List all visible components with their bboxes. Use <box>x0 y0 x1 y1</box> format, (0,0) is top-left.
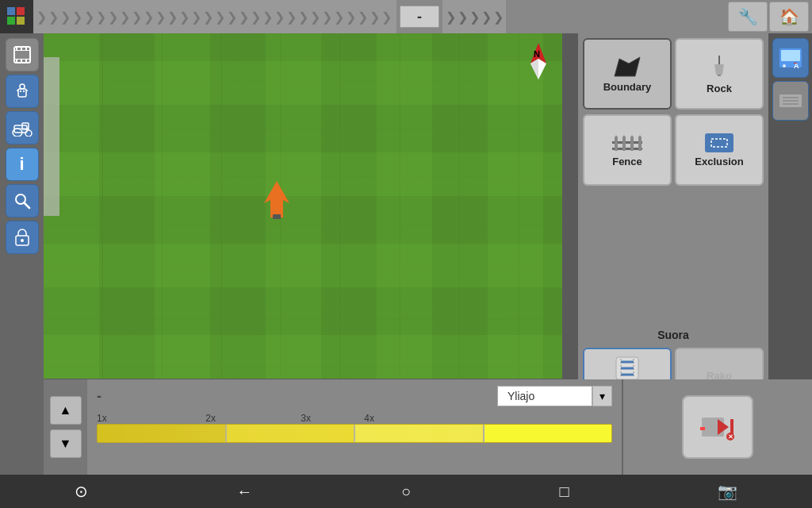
tractor-marker <box>262 179 291 219</box>
minus-button[interactable]: - <box>400 6 439 28</box>
nav-home-btn[interactable]: ○ <box>389 479 423 504</box>
scroll-up-btn[interactable]: ▲ <box>50 396 82 425</box>
map-area: N <box>44 33 562 379</box>
rock-button[interactable]: Rock <box>675 38 764 110</box>
rock-label: Rock <box>707 83 732 94</box>
sidebar-item-film[interactable] <box>6 38 39 71</box>
svg-marker-46 <box>638 135 642 138</box>
svg-point-13 <box>20 84 25 89</box>
left-sidebar: i <box>0 33 44 475</box>
svg-marker-32 <box>264 181 289 217</box>
home-button[interactable]: 🏠 <box>769 2 809 32</box>
nav-camera-btn[interactable]: 📷 <box>705 479 750 504</box>
sidebar-item-info[interactable]: i <box>6 148 39 181</box>
far-right-top-btn[interactable]: A <box>772 38 809 78</box>
top-bar: ❯❯❯❯❯❯❯❯❯❯❯❯❯❯❯❯❯❯❯❯❯❯❯❯❯❯❯❯❯❯ - ❯❯❯❯❯❯❯… <box>0 0 812 33</box>
side-fold-indicator <box>44 57 59 216</box>
boundary-button[interactable]: Boundary <box>583 38 672 110</box>
feature-row-2: Fence Exclusion <box>578 114 768 190</box>
suora-label: Suora <box>578 322 768 344</box>
bottom-right-area: ✕ <box>622 379 812 475</box>
yliajo-dropdown-arrow[interactable]: ▾ <box>592 386 612 406</box>
feature-row-1: Boundary Rock <box>578 33 768 114</box>
sidebar-item-search[interactable] <box>6 184 39 217</box>
svg-marker-43 <box>615 135 618 138</box>
svg-point-27 <box>21 239 24 242</box>
svg-rect-11 <box>21 59 22 63</box>
svg-rect-7 <box>16 47 17 50</box>
sidebar-item-lock[interactable] <box>6 221 39 254</box>
sidebar-item-robot[interactable] <box>6 75 39 108</box>
scroll-down-btn[interactable]: ▼ <box>50 429 82 458</box>
svg-rect-0 <box>7 7 15 15</box>
speed-section: 1x 2x 3x 4x <box>97 413 612 443</box>
svg-text:✕: ✕ <box>728 433 733 441</box>
svg-rect-39 <box>615 137 618 151</box>
yliajo-select[interactable]: Yliajo ▾ <box>497 386 612 406</box>
svg-point-59 <box>783 64 786 67</box>
stop-button[interactable]: ✕ <box>682 395 753 459</box>
svg-rect-5 <box>14 50 30 51</box>
svg-marker-44 <box>622 135 626 138</box>
top-bar-right: 🔧 🏠 <box>728 2 812 32</box>
dash-label: - <box>97 388 102 405</box>
bottom-main: - Yliajo ▾ 1x 2x 3x 4x <box>87 379 622 475</box>
chevron-strip: ❯❯❯❯❯❯❯❯❯❯❯❯❯❯❯❯❯❯❯❯❯❯❯❯❯❯❯❯❯❯ <box>33 0 396 33</box>
svg-rect-58 <box>781 50 800 61</box>
svg-rect-1 <box>17 7 25 15</box>
svg-rect-41 <box>630 137 634 151</box>
nav-circle-btn[interactable]: ⊙ <box>62 479 101 504</box>
nav-bar: ⊙ ← ○ □ 📷 <box>0 475 812 508</box>
wrench-button[interactable]: 🔧 <box>728 2 768 32</box>
bottom-top-row: - Yliajo ▾ <box>97 386 612 406</box>
svg-line-25 <box>24 203 29 209</box>
svg-rect-10 <box>16 59 17 63</box>
svg-rect-14 <box>18 89 26 97</box>
nav-back-btn[interactable]: ← <box>224 479 265 504</box>
top-bar-left: ❯❯❯❯❯❯❯❯❯❯❯❯❯❯❯❯❯❯❯❯❯❯❯❯❯❯❯❯❯❯ - ❯❯❯❯❯❯❯… <box>0 0 506 33</box>
svg-point-20 <box>25 130 32 137</box>
map-patches <box>44 33 562 379</box>
svg-rect-40 <box>622 137 626 151</box>
speed-bar <box>97 424 612 443</box>
svg-rect-33 <box>273 214 281 219</box>
fence-label: Fence <box>612 156 642 167</box>
svg-rect-61 <box>794 63 797 64</box>
speed-2x-label: 2x <box>121 413 216 424</box>
svg-rect-8 <box>21 47 22 50</box>
bottom-bar: ▲ ▼ - Yliajo ▾ 1x 2x 3x 4x <box>0 379 812 475</box>
svg-rect-12 <box>25 59 27 63</box>
map-grid <box>44 33 562 379</box>
speed-4x-label: 4x <box>311 413 374 424</box>
yliajo-value: Yliajo <box>497 386 592 406</box>
svg-rect-2 <box>7 17 15 25</box>
svg-rect-16 <box>23 90 25 92</box>
speed-3x-label: 3x <box>216 413 311 424</box>
nav-menu-btn[interactable]: □ <box>547 479 582 504</box>
exclusion-label: Exclusion <box>695 156 743 167</box>
svg-marker-45 <box>630 135 634 138</box>
sidebar-item-tractor[interactable] <box>6 111 39 144</box>
north-arrow: N <box>523 41 554 81</box>
svg-rect-9 <box>25 47 27 50</box>
fence-button[interactable]: Fence <box>583 114 672 186</box>
speed-1x-label: 1x <box>97 413 121 424</box>
far-right-mid-btn[interactable] <box>772 81 809 121</box>
svg-rect-71 <box>730 419 733 435</box>
svg-rect-72 <box>700 427 705 430</box>
exclusion-button[interactable]: Exclusion <box>675 114 764 186</box>
app-logo <box>0 0 33 33</box>
svg-rect-3 <box>17 17 25 25</box>
svg-text:N: N <box>534 49 540 59</box>
boundary-label: Boundary <box>603 81 652 93</box>
svg-rect-15 <box>20 90 21 92</box>
svg-marker-36 <box>714 64 724 75</box>
svg-rect-42 <box>638 137 642 151</box>
